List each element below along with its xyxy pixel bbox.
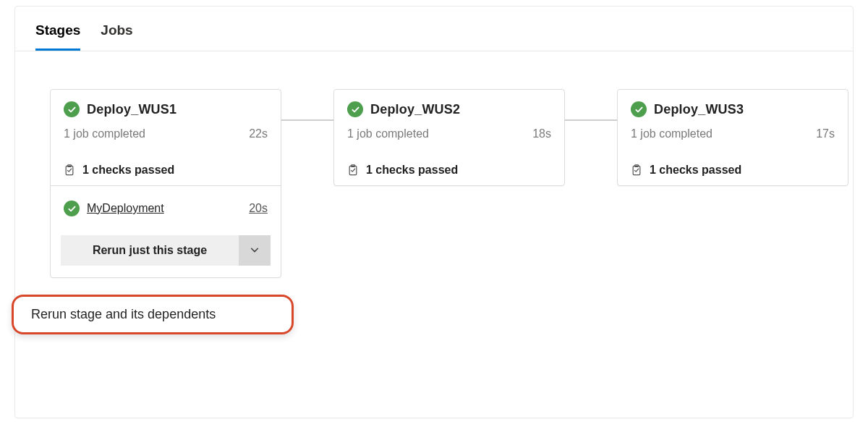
success-check-icon	[64, 101, 80, 117]
stage-card[interactable]: Deploy_WUS2 1 job completed 18s 1 checks…	[333, 89, 565, 186]
tab-stages[interactable]: Stages	[35, 22, 80, 51]
job-name-link[interactable]: MyDeployment	[87, 202, 242, 215]
job-row[interactable]: MyDeployment 20s	[61, 196, 271, 227]
chevron-down-icon	[250, 245, 260, 257]
success-check-icon	[64, 201, 80, 216]
stage-duration: 18s	[532, 127, 551, 140]
rerun-stage-button[interactable]: Rerun just this stage	[61, 235, 239, 266]
clipboard-check-icon	[347, 164, 359, 177]
checks-text: 1 checks passed	[366, 164, 458, 177]
stage-card[interactable]: Deploy_WUS1 1 job completed 22s 1 checks…	[50, 89, 281, 278]
checks-text: 1 checks passed	[650, 164, 741, 177]
clipboard-check-icon	[64, 164, 75, 177]
stage-summary: 1 job completed 18s	[334, 122, 564, 153]
stage-header: Deploy_WUS3	[618, 90, 848, 122]
rerun-stage-and-dependents-option[interactable]: Rerun stage and its dependents	[31, 307, 274, 322]
stage-duration: 17s	[816, 127, 835, 140]
checks-row[interactable]: 1 checks passed	[51, 153, 281, 185]
success-check-icon	[631, 101, 647, 117]
stage-connector	[565, 119, 617, 121]
stage-header: Deploy_WUS1	[51, 90, 281, 122]
rerun-split-button: Rerun just this stage	[61, 235, 271, 266]
stages-canvas: Deploy_WUS1 1 job completed 22s 1 checks…	[15, 51, 853, 316]
checks-text: 1 checks passed	[82, 164, 174, 177]
stage-summary: 1 job completed 22s	[51, 122, 281, 153]
stage-title: Deploy_WUS1	[87, 102, 176, 117]
rerun-dropdown-toggle[interactable]	[239, 235, 271, 266]
success-check-icon	[347, 101, 363, 117]
checks-row[interactable]: 1 checks passed	[334, 153, 564, 185]
clipboard-check-icon	[631, 164, 642, 177]
job-duration: 20s	[249, 202, 268, 215]
stage-summary: 1 job completed 17s	[618, 122, 848, 153]
jobs-completed-text: 1 job completed	[347, 127, 429, 140]
checks-row[interactable]: 1 checks passed	[618, 153, 848, 185]
stage-header: Deploy_WUS2	[334, 90, 564, 122]
tab-jobs[interactable]: Jobs	[101, 22, 132, 51]
stage-card[interactable]: Deploy_WUS3 1 job completed 17s 1 checks…	[617, 89, 848, 186]
jobs-completed-text: 1 job completed	[64, 127, 145, 140]
stage-connector	[281, 119, 333, 121]
jobs-completed-text: 1 job completed	[631, 127, 712, 140]
pipeline-panel: Stages Jobs Deploy_WUS1 1 job completed …	[14, 6, 854, 418]
tab-bar: Stages Jobs	[15, 7, 853, 51]
stage-title: Deploy_WUS3	[654, 102, 744, 117]
tab-label: Jobs	[101, 22, 132, 38]
stage-duration: 22s	[249, 127, 268, 140]
stage-title: Deploy_WUS2	[370, 102, 460, 117]
tab-label: Stages	[35, 22, 80, 38]
rerun-dropdown-menu: Rerun stage and its dependents	[12, 295, 294, 334]
stages-row: Deploy_WUS1 1 job completed 22s 1 checks…	[50, 89, 818, 278]
stage-expanded: MyDeployment 20s Rerun just this stage	[51, 185, 281, 277]
